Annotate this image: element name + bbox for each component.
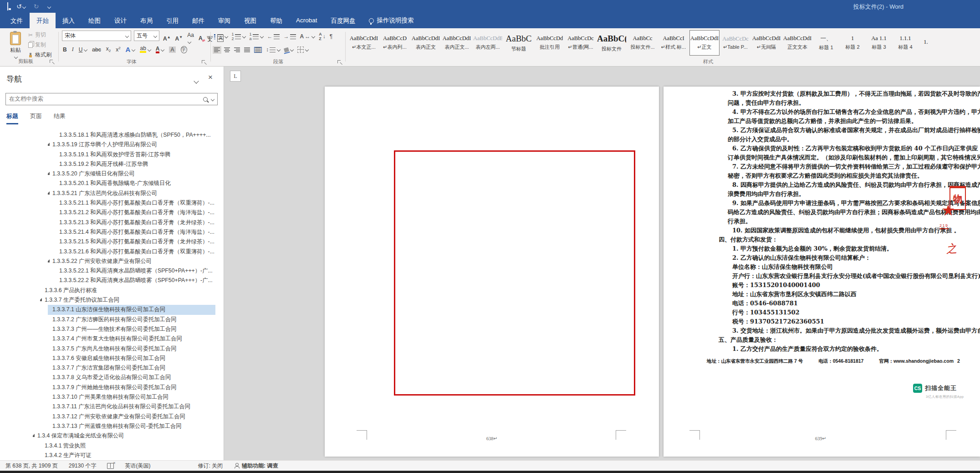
expand-triangle-icon[interactable] xyxy=(48,191,50,195)
style-item[interactable]: AaBbCcDdI正文文本 xyxy=(782,30,812,56)
ribbon-tab-插入[interactable]: 插入 xyxy=(56,13,82,28)
font-size-select[interactable]: 五号 xyxy=(134,31,159,41)
style-item[interactable]: AaBbCcDdI↵无间隔 xyxy=(751,30,781,56)
search-input[interactable]: 在文档中搜索 xyxy=(5,93,218,105)
nav-tree-item[interactable]: 1.3.3.7.8 义乌市爱之语化妆品有限公司加工合同 xyxy=(48,373,215,382)
nav-tree-item[interactable]: 1.3.4.2 生产许可证 xyxy=(40,451,215,460)
expand-triangle-icon[interactable] xyxy=(33,434,35,437)
change-case-icon[interactable]: Aa xyxy=(187,32,194,45)
paragraph-dialog-launcher-icon[interactable] xyxy=(337,60,342,65)
status-track-changes[interactable]: 修订: 关闭 xyxy=(198,462,223,470)
nav-tree-item[interactable]: 1.3.3.7.11 广东法芭尚化妆品科技有限公司委托加工合同 xyxy=(48,402,215,411)
ribbon-tab-审阅[interactable]: 审阅 xyxy=(211,13,237,28)
undo-icon[interactable]: ↺ xyxy=(16,3,26,10)
underline-icon[interactable]: U xyxy=(79,46,83,53)
close-icon[interactable]: × xyxy=(208,73,213,82)
nav-tree-item[interactable]: 1.3.3.5.18.1 和风雨清透水感焕白防晒乳（SPF50，PA++++..… xyxy=(55,130,215,140)
status-language[interactable]: 英语(美国) xyxy=(125,462,150,470)
nav-tree-item[interactable]: 1.3.3.7.5 广东尚凡生物科技有限公司委托加工合同 xyxy=(48,344,215,354)
nav-tree-item[interactable]: 1.3.3.5.19 江苏华腾个人护理用品有限公司 xyxy=(48,140,215,149)
nav-tree-item[interactable]: 1.3.3.7.9 广州她她生物科技有限公司委托加工合同 xyxy=(48,383,215,392)
ribbon-tab-设计[interactable]: 设计 xyxy=(107,13,133,28)
style-item[interactable]: AaBbCcDdEe表内左两... xyxy=(473,30,503,56)
ribbon-tab-引用[interactable]: 引用 xyxy=(159,13,185,28)
nav-tree-item[interactable]: 1.3.3.5.22 广州安歌依健康产业有限公司 xyxy=(48,257,215,266)
clipboard-dialog-launcher-icon[interactable] xyxy=(49,59,54,64)
style-item[interactable]: AaBbCcDd批注引用 xyxy=(535,30,565,56)
highlight-color-icon[interactable]: ab xyxy=(140,46,146,53)
nav-tree-item[interactable]: 1.3.3.5.22.1 和风雨清爽水晶防晒喷雾（SPF50+PA+++）-广.… xyxy=(55,266,215,276)
style-item[interactable]: AaBbCcDc↵普通(网... xyxy=(566,30,596,56)
strikethrough-icon[interactable]: abc xyxy=(92,46,101,53)
nav-tree-item[interactable]: 1.3.3.5.21.4 和风雨小苏打氨基酸美白口香牙膏（海洋海盐）-... xyxy=(55,227,215,237)
line-spacing-icon[interactable]: ↕ xyxy=(266,46,280,53)
redo-icon[interactable]: ↻ xyxy=(34,3,39,10)
shrink-font-icon[interactable]: A▼ xyxy=(175,35,183,42)
grow-font-icon[interactable]: A▲ xyxy=(163,35,171,42)
nav-tree-item[interactable]: 1.3.3.7.1 山东洁保生物科技有限公司加工合同 xyxy=(48,305,215,314)
nav-tree-item[interactable]: 1.3.3.5.22.2 和风雨清爽水晶防晒喷雾（SPF50+PA+++）-广.… xyxy=(55,276,215,285)
enclose-characters-icon[interactable]: 字 xyxy=(181,46,187,53)
search-options-chevron-icon[interactable] xyxy=(211,97,214,101)
search-icon[interactable] xyxy=(203,97,208,102)
save-icon[interactable] xyxy=(7,3,8,10)
decrease-indent-icon[interactable]: ← xyxy=(267,33,280,40)
align-left-icon[interactable] xyxy=(214,47,220,52)
bullet-list-icon[interactable] xyxy=(214,34,228,39)
nav-tree-item[interactable]: 1.3.3.7.7 广东洁宜集团有限公司委托加工合同 xyxy=(48,363,215,373)
nav-tree-item[interactable]: 1.3.3.7.12 广州安歌依健康产业有限公司委托加工合同 xyxy=(48,412,215,422)
font-dialog-launcher-icon[interactable] xyxy=(201,60,206,65)
style-item[interactable]: AaBbCcI↵样式 标... xyxy=(658,30,689,56)
ribbon-tab-布局[interactable]: 布局 xyxy=(133,13,159,28)
shading-icon[interactable] xyxy=(284,48,293,52)
nav-tree-item[interactable]: 1.3.3.7.4 广州市复大生物科技有限公司委托加工合同 xyxy=(48,334,215,344)
style-item[interactable]: 1. xyxy=(919,30,933,56)
cut-button[interactable]: ✂ 剪切 xyxy=(28,31,51,39)
nav-tree-item[interactable]: 1.3.3.5.21.2 和风雨小苏打氨基酸美白口香牙膏（海洋海盐）-... xyxy=(55,208,215,217)
nav-tab-页面[interactable]: 页面 xyxy=(30,112,42,124)
ribbon-tab-开始[interactable]: 开始 xyxy=(30,13,56,28)
ribbon-tab-邮件[interactable]: 邮件 xyxy=(185,13,211,28)
nav-tree-item[interactable]: 1.3.3.5.19.1 和风雨双效护理舌苔刷-江苏华腾 xyxy=(55,150,215,159)
nav-tree-item[interactable]: 1.3.3.7.10 广州美果生物科技有限公司加工合同 xyxy=(48,392,215,402)
multilevel-list-icon[interactable]: 1a xyxy=(250,32,263,41)
ribbon-tab-Acrobat[interactable]: Acrobat xyxy=(289,13,324,28)
nav-tree-item[interactable]: 1.3.3.5.20 广东倾镜日化有限公司 xyxy=(48,169,215,179)
expand-triangle-icon[interactable] xyxy=(48,172,50,175)
font-name-select[interactable]: 宋体 xyxy=(62,31,131,41)
nav-tree-item[interactable]: 1.3.3.7.3 广州——生物技术有限公司委托加工合同 xyxy=(48,324,215,334)
nav-tree-item[interactable]: 1.3.3.5.19.2 和风雨牙线棒-江苏华腾 xyxy=(55,159,215,169)
style-item[interactable]: 1标题 2 xyxy=(840,30,865,56)
superscript-icon[interactable]: x2 xyxy=(116,46,120,53)
document-page-left[interactable]: 638↵ xyxy=(325,87,659,457)
align-right-icon[interactable] xyxy=(234,47,240,52)
sort-icon[interactable]: AZ↓ xyxy=(319,32,326,41)
nav-tree-item[interactable]: 1.3.3.5.21.3 和风雨小苏打氨基酸美白口香牙膏（龙井绿茶）-... xyxy=(55,218,215,227)
character-shading-icon[interactable]: A xyxy=(169,46,175,53)
ribbon-tab-视图[interactable]: 视图 xyxy=(237,13,263,28)
style-item[interactable]: AaBbCcDdI↵正文 xyxy=(689,30,720,56)
increase-indent-icon[interactable]: → xyxy=(284,33,296,40)
status-word-count[interactable]: 29130 个字 xyxy=(69,462,97,470)
expand-triangle-icon[interactable] xyxy=(48,259,50,262)
nav-tree-item[interactable]: 1.3.3.5.20.1 和风雨香氛除螨皂-广东倾镜日化 xyxy=(55,179,215,188)
tab-stop-selector[interactable]: L xyxy=(230,71,241,82)
borders-icon[interactable] xyxy=(297,46,308,53)
ribbon-tab-百度网盘[interactable]: 百度网盘 xyxy=(324,13,362,28)
expand-triangle-icon[interactable] xyxy=(48,143,50,146)
expand-triangle-icon[interactable] xyxy=(40,298,42,301)
show-marks-icon[interactable]: ¶ xyxy=(330,33,332,40)
status-accessibility[interactable]: 辅助功能: 调查 xyxy=(234,462,278,470)
style-item[interactable]: AaBbCcD↵表内列... xyxy=(380,30,410,56)
ribbon-tab-文件[interactable]: 文件 xyxy=(4,13,30,28)
navigation-options-chevron-icon[interactable] xyxy=(194,77,198,85)
nav-tree-item[interactable]: 1.3.3.5.21 广东法芭尚化妆品科技有限公司 xyxy=(48,189,215,198)
tell-me-search[interactable]: 操作说明搜索 xyxy=(362,13,420,28)
status-page-info[interactable]: 第 638 页, 共 1909 页 xyxy=(5,462,58,470)
bold-icon[interactable]: B xyxy=(63,46,67,53)
style-item[interactable]: AaBbCcDdI表内正文... xyxy=(442,30,472,56)
italic-icon[interactable]: I xyxy=(72,46,74,53)
subscript-icon[interactable]: x2 xyxy=(106,46,111,53)
nav-tab-标题[interactable]: 标题 xyxy=(6,112,18,124)
style-item[interactable]: AaBbC(投标文件 xyxy=(597,30,627,56)
